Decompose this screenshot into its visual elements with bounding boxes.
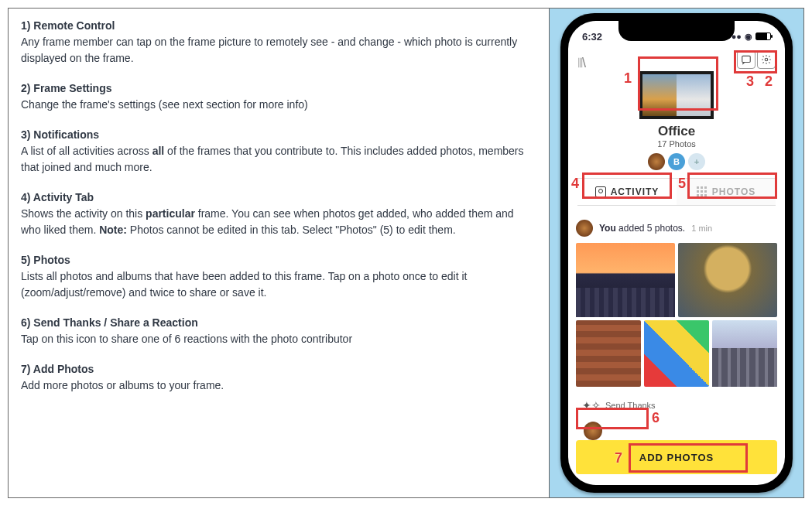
callout-number: 4	[571, 176, 579, 192]
callout-number: 1	[624, 70, 632, 87]
feed-header: You added 5 photos. 1 min	[576, 220, 777, 237]
sec-num: 2)	[21, 82, 30, 94]
member-avatars: B +	[577, 153, 776, 170]
callout-box-7	[629, 443, 748, 473]
phone-frame: 6:32 ●●● ◉ ⦀\	[560, 13, 793, 493]
section-5: 5) Photos Lists all photos and albums th…	[21, 252, 536, 301]
sec-title: Photos	[33, 254, 70, 266]
photo-thumbnail[interactable]	[576, 243, 675, 317]
frame-subtitle: 17 Photos	[577, 139, 776, 149]
photo-row	[576, 243, 777, 317]
callout-number: 7	[615, 450, 622, 466]
sec-body-bold: all	[152, 145, 165, 157]
sec-body-pre: A list of all activities across	[21, 145, 152, 157]
frame-title: Office	[577, 124, 776, 139]
sec-num: 6)	[21, 316, 30, 329]
section-7: 7) Add Photos Add more photos or albums …	[21, 361, 536, 394]
sec-title: Add Photos	[33, 363, 94, 375]
status-time: 6:32	[582, 31, 602, 43]
sec-num: 7)	[21, 363, 30, 375]
avatar-add-button[interactable]: +	[688, 153, 705, 170]
callout-box-5	[687, 173, 777, 199]
sec-title: Activity Tab	[33, 191, 94, 203]
callout-box-2-3	[734, 50, 777, 73]
sec-body: Add more photos or albums to your frame.	[21, 379, 224, 391]
callout-number: 2	[765, 73, 773, 90]
sec-body: Tap on this icon to share one of 6 react…	[21, 333, 352, 345]
feed-action: added 5 photos.	[616, 223, 685, 234]
phone-screen: 6:32 ●●● ◉ ⦀\	[568, 21, 785, 485]
avatar[interactable]	[648, 153, 665, 170]
wifi-icon-2: ◉	[745, 32, 752, 42]
sec-body: Any frame member can tap on the frame pi…	[21, 36, 517, 64]
sec-title: Frame Settings	[33, 82, 111, 94]
avatar-b[interactable]: B	[668, 153, 685, 170]
photo-row	[576, 320, 777, 387]
callout-number: 6	[652, 410, 660, 426]
phone-notch	[618, 21, 735, 41]
sec-title: Send Thanks / Share a Reaction	[33, 316, 197, 329]
sec-body-pre: Shows the activity on this	[21, 207, 146, 220]
sec-title: Remote Control	[33, 19, 115, 32]
sec-title: Notifications	[33, 128, 99, 141]
photo-thumbnail[interactable]	[644, 320, 709, 387]
callout-box-4	[582, 173, 672, 199]
photo-thumbnail[interactable]	[576, 320, 641, 387]
activity-feed: You added 5 photos. 1 min ✦✧ Send	[568, 212, 785, 416]
feed-time: 1 min	[691, 224, 712, 233]
section-6: 6) Send Thanks / Share a Reaction Tap on…	[21, 315, 536, 347]
section-4: 4) Activity Tab Shows the activity on th…	[21, 190, 536, 238]
sec-num: 4)	[21, 191, 30, 203]
section-2: 2) Frame Settings Change the frame's set…	[21, 80, 536, 113]
app-logo-icon[interactable]: ⦀\	[577, 50, 584, 71]
battery-icon	[755, 32, 771, 40]
callout-box-1	[638, 56, 718, 111]
doc-layout: 1) Remote Control Any frame member can t…	[8, 8, 804, 498]
sec-num: 3)	[21, 128, 30, 141]
sec-body: Change the frame's settings (see next se…	[21, 98, 308, 111]
section-3: 3) Notifications A list of all activitie…	[21, 127, 536, 176]
callout-number: 3	[746, 73, 754, 90]
screenshot-column: 6:32 ●●● ◉ ⦀\	[550, 9, 803, 497]
avatar	[576, 220, 593, 237]
callout-number: 5	[678, 176, 686, 192]
callout-box-6	[576, 408, 649, 429]
feed-user: You	[599, 223, 616, 234]
sec-body: Lists all photos and albums that have be…	[21, 270, 467, 299]
section-1: 1) Remote Control Any frame member can t…	[21, 18, 536, 67]
photo-thumbnail[interactable]	[712, 320, 777, 387]
note-text: Photos cannot be edited in this tab. Sel…	[127, 224, 456, 236]
instructions-column: 1) Remote Control Any frame member can t…	[9, 9, 550, 497]
sec-num: 5)	[21, 254, 30, 266]
sec-body-bold: particular	[146, 207, 195, 220]
photo-thumbnail[interactable]	[678, 243, 777, 317]
note-label: Note:	[99, 224, 127, 236]
sec-num: 1)	[21, 19, 30, 32]
